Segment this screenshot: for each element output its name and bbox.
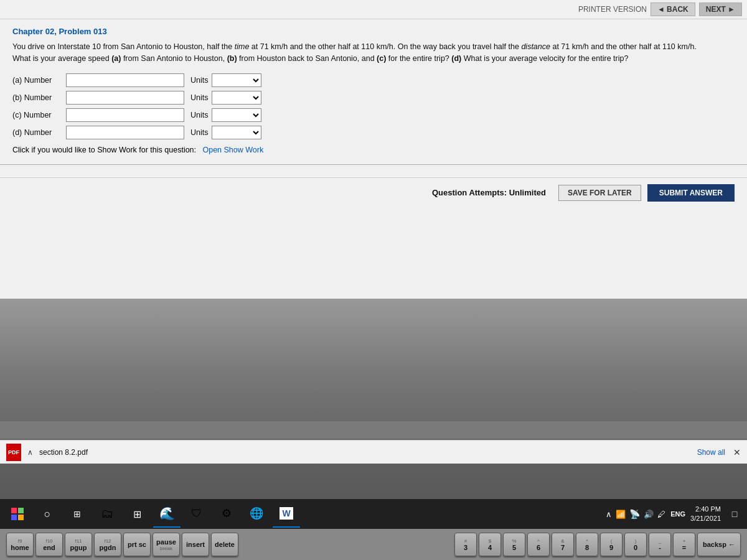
caret-up-icon[interactable]: ∧ bbox=[27, 448, 33, 457]
keyboard-area: f9 home f10 end f11 pgup f12 pgdn prt sc… bbox=[0, 529, 747, 560]
problem-text: You drive on Interstate 10 from San Anto… bbox=[12, 41, 697, 65]
save-for-later-button[interactable]: SAVE FOR LATER bbox=[558, 185, 641, 201]
win-quad-4 bbox=[18, 515, 24, 520]
label-b: (b) Number bbox=[12, 93, 62, 102]
apps-grid-icon: ⊞ bbox=[133, 508, 141, 520]
printer-version-link[interactable]: PRINTER VERSION bbox=[578, 5, 647, 14]
key-9: ( 9 bbox=[600, 533, 622, 556]
word-icon: W bbox=[280, 507, 293, 520]
chapter-title: Chapter 02, Problem 013 bbox=[12, 27, 735, 36]
win-quad-3 bbox=[11, 515, 17, 520]
win-quad-1 bbox=[11, 508, 17, 513]
units-label-a: Units bbox=[190, 76, 208, 85]
edge-icon: 🌊 bbox=[159, 506, 175, 521]
language-indicator[interactable]: ENG bbox=[670, 510, 685, 518]
divider bbox=[0, 164, 747, 165]
key-4: $ 4 bbox=[479, 533, 501, 556]
input-row-b: (b) Number Units bbox=[12, 91, 735, 105]
number-input-d[interactable] bbox=[66, 126, 184, 139]
word-button[interactable]: W bbox=[273, 500, 300, 528]
action-bar: Question Attempts: Unlimited SAVE FOR LA… bbox=[0, 177, 747, 208]
chrome-icon: 🌐 bbox=[250, 506, 263, 520]
file-explorer-button[interactable]: 🗂 bbox=[93, 500, 121, 528]
show-all-button[interactable]: Show all bbox=[697, 448, 725, 457]
back-button[interactable]: ◄ BACK bbox=[651, 2, 695, 16]
submit-answer-button[interactable]: SUBMIT ANSWER bbox=[647, 184, 735, 202]
task-view-icon: ⊞ bbox=[73, 509, 81, 519]
clock-date: 3/21/2021 bbox=[690, 514, 721, 523]
key-7: & 7 bbox=[552, 533, 574, 556]
settings-button[interactable]: ⚙ bbox=[213, 500, 240, 528]
key-minus: _ - bbox=[649, 533, 671, 556]
label-c: (c) Number bbox=[12, 111, 62, 119]
key-insert: insert bbox=[182, 533, 209, 556]
units-label-d: Units bbox=[190, 128, 208, 137]
file-explorer-icon: 🗂 bbox=[101, 506, 113, 521]
show-work-section: Click if you would like to Show Work for… bbox=[12, 146, 735, 154]
number-input-a[interactable] bbox=[66, 73, 184, 87]
key-pause: pause break bbox=[153, 533, 180, 556]
task-view-button[interactable]: ⊞ bbox=[63, 500, 91, 528]
edge-button[interactable]: 🌊 bbox=[153, 500, 181, 528]
content-area: Chapter 02, Problem 013 You drive on Int… bbox=[0, 19, 747, 161]
show-work-prefix: Click if you would like to Show Work for… bbox=[12, 146, 196, 154]
gray-spacer bbox=[0, 421, 747, 439]
key-prtsc: prt sc bbox=[123, 533, 151, 556]
top-bar: PRINTER VERSION ◄ BACK NEXT ► bbox=[0, 0, 747, 19]
input-row-c: (c) Number Units bbox=[12, 108, 735, 122]
key-6: ^ 6 bbox=[527, 533, 550, 556]
chrome-button[interactable]: 🌐 bbox=[243, 500, 270, 528]
windows-taskbar: ○ ⊞ 🗂 ⊞ 🌊 🛡 ⚙ 🌐 W ∧ 📶 📡 bbox=[0, 499, 747, 529]
key-0: ) 0 bbox=[624, 533, 647, 556]
settings-icon: ⚙ bbox=[222, 506, 232, 520]
key-f11: f11 pgup bbox=[65, 533, 92, 556]
wifi-icon[interactable]: 📡 bbox=[629, 509, 640, 519]
hidden-icons-button[interactable]: ∧ bbox=[606, 510, 612, 519]
number-input-b[interactable] bbox=[66, 91, 184, 105]
file-name[interactable]: section 8.2.pdf bbox=[39, 448, 88, 457]
notification-icon: □ bbox=[732, 509, 737, 519]
key-f12: f12 pgdn bbox=[94, 533, 121, 556]
pen-icon[interactable]: 🖊 bbox=[657, 510, 665, 519]
key-f9: f9 home bbox=[6, 533, 34, 556]
security-icon: 🛡 bbox=[191, 507, 202, 520]
close-popup-button[interactable]: ✕ bbox=[733, 447, 741, 457]
input-row-a: (a) Number Units bbox=[12, 73, 735, 87]
units-label-b: Units bbox=[190, 93, 208, 102]
key-equals: + = bbox=[673, 533, 695, 556]
start-button[interactable] bbox=[4, 500, 31, 528]
next-button[interactable]: NEXT ► bbox=[699, 2, 742, 16]
windows-logo-icon bbox=[11, 508, 24, 520]
file-popup: PDF ∧ section 8.2.pdf Show all ✕ bbox=[0, 440, 747, 464]
key-backspace: backsp ← bbox=[697, 533, 741, 556]
clock-time: 2:40 PM bbox=[690, 505, 721, 514]
page-area: PRINTER VERSION ◄ BACK NEXT ► Chapter 02… bbox=[0, 0, 747, 299]
units-select-a[interactable] bbox=[212, 73, 261, 87]
search-button[interactable]: ○ bbox=[34, 500, 61, 528]
key-delete: delete bbox=[211, 533, 238, 556]
open-show-work-link[interactable]: Open Show Work bbox=[202, 146, 263, 154]
units-label-c: Units bbox=[190, 111, 208, 119]
pdf-icon: PDF bbox=[6, 444, 21, 461]
units-select-b[interactable] bbox=[212, 91, 261, 105]
security-button[interactable]: 🛡 bbox=[183, 500, 210, 528]
units-select-d[interactable] bbox=[212, 126, 261, 139]
volume-icon[interactable]: 🔊 bbox=[644, 510, 654, 519]
number-input-c[interactable] bbox=[66, 108, 184, 122]
win-quad-2 bbox=[18, 508, 24, 513]
taskbar-right: ∧ 📶 📡 🔊 🖊 ENG 2:40 PM 3/21/2021 □ bbox=[606, 500, 743, 528]
network-icon[interactable]: 📶 bbox=[616, 510, 626, 519]
notification-button[interactable]: □ bbox=[726, 500, 743, 528]
system-icons: ∧ 📶 📡 🔊 🖊 bbox=[606, 509, 665, 519]
input-row-d: (d) Number Units bbox=[12, 126, 735, 139]
key-5: % 5 bbox=[503, 533, 525, 556]
key-8: * 8 bbox=[576, 533, 598, 556]
taskbar-clock[interactable]: 2:40 PM 3/21/2021 bbox=[690, 505, 721, 524]
units-select-c[interactable] bbox=[212, 108, 261, 122]
key-3: # 3 bbox=[454, 533, 477, 556]
label-d: (d) Number bbox=[12, 128, 62, 137]
search-icon: ○ bbox=[44, 508, 51, 521]
attempts-text: Question Attempts: Unlimited bbox=[432, 188, 546, 197]
key-f10: f10 end bbox=[35, 533, 63, 556]
apps-grid-button[interactable]: ⊞ bbox=[123, 500, 151, 528]
